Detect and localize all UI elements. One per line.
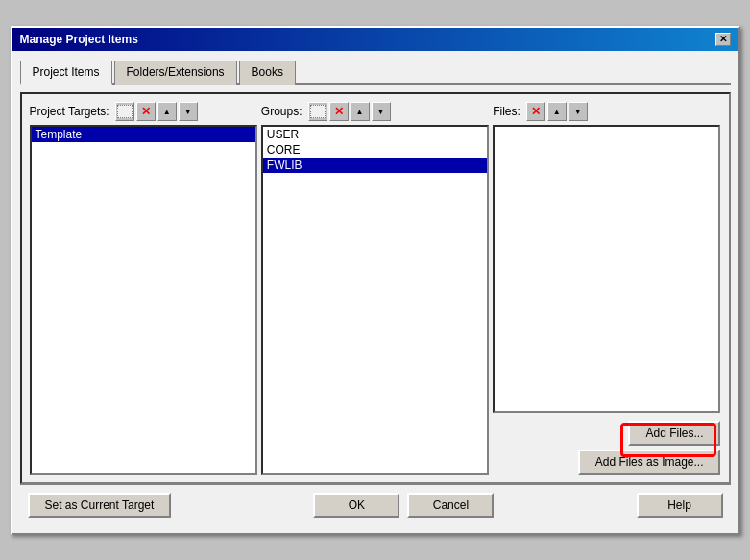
files-label: Files: <box>493 105 520 118</box>
tab-project-items[interactable]: Project Items <box>20 61 112 85</box>
manage-project-items-dialog: Manage Project Items ✕ Project Items Fol… <box>11 26 740 535</box>
file-arrow-down-icon <box>574 106 582 116</box>
help-area: Help <box>637 493 723 518</box>
new-target-button[interactable] <box>115 102 134 121</box>
groups-header: Groups: ✕ <box>261 102 489 121</box>
groups-label: Groups: <box>261 105 302 118</box>
project-targets-list[interactable]: Template <box>30 125 257 475</box>
delete-file-icon: ✕ <box>531 105 541 118</box>
arrow-up-icon <box>163 106 171 116</box>
delete-file-button[interactable]: ✕ <box>526 102 545 121</box>
group-arrow-up-icon <box>356 106 364 116</box>
file-arrow-up-icon <box>553 106 561 116</box>
dialog-body: Project Items Folders/Extensions Books P… <box>12 51 738 533</box>
move-target-down-button[interactable] <box>179 102 198 121</box>
move-group-down-button[interactable] <box>372 102 391 121</box>
delete-group-button[interactable]: ✕ <box>329 102 349 121</box>
add-files-button[interactable]: Add Files... <box>628 421 720 446</box>
tab-bar: Project Items Folders/Extensions Books <box>20 59 731 85</box>
project-targets-panel: Project Targets: ✕ Template <box>30 102 257 475</box>
list-item[interactable]: FWLIB <box>263 158 487 173</box>
dialog-buttons-group: OK Cancel <box>171 493 636 518</box>
cancel-button[interactable]: Cancel <box>407 493 494 518</box>
groups-panel: Groups: ✕ USER CORE <box>261 102 489 475</box>
project-targets-header: Project Targets: ✕ <box>30 102 257 121</box>
main-content-area: Project Targets: ✕ Template <box>20 92 731 484</box>
delete-group-icon: ✕ <box>334 105 344 118</box>
move-file-down-button[interactable] <box>569 102 588 121</box>
new-group-icon <box>310 105 326 118</box>
tab-folders-extensions[interactable]: Folders/Extensions <box>114 61 237 85</box>
add-files-area: Add Files... Add Files as Image... <box>493 421 720 475</box>
set-current-target-button[interactable]: Set as Current Target <box>28 493 172 518</box>
move-file-up-button[interactable] <box>547 102 567 121</box>
bottom-buttons: Set as Current Target OK Cancel Help <box>20 484 731 525</box>
files-list[interactable] <box>493 125 720 413</box>
list-item[interactable]: Template <box>32 127 255 142</box>
delete-icon: ✕ <box>141 105 151 118</box>
new-group-button[interactable] <box>308 102 327 121</box>
set-target-area: Set as Current Target <box>28 493 172 518</box>
new-folder-icon <box>117 105 133 118</box>
tab-books[interactable]: Books <box>239 61 296 85</box>
delete-target-button[interactable]: ✕ <box>136 102 156 121</box>
project-targets-label: Project Targets: <box>30 105 109 118</box>
list-item[interactable]: USER <box>263 127 487 142</box>
files-panel: Files: ✕ Add Files... <box>493 102 720 475</box>
help-button[interactable]: Help <box>637 493 723 518</box>
list-item[interactable]: CORE <box>263 142 487 158</box>
close-button[interactable]: ✕ <box>715 33 731 46</box>
files-header: Files: ✕ <box>493 102 720 121</box>
move-target-up-button[interactable] <box>157 102 177 121</box>
group-arrow-down-icon <box>377 106 385 116</box>
add-files-container: Add Files... <box>628 421 720 446</box>
add-files-image-button[interactable]: Add Files as Image... <box>578 450 721 475</box>
move-group-up-button[interactable] <box>351 102 370 121</box>
dialog-title: Manage Project Items <box>20 33 138 46</box>
ok-button[interactable]: OK <box>313 493 399 518</box>
title-bar: Manage Project Items ✕ <box>12 28 738 51</box>
arrow-down-icon <box>184 106 192 116</box>
groups-list[interactable]: USER CORE FWLIB <box>261 125 489 475</box>
